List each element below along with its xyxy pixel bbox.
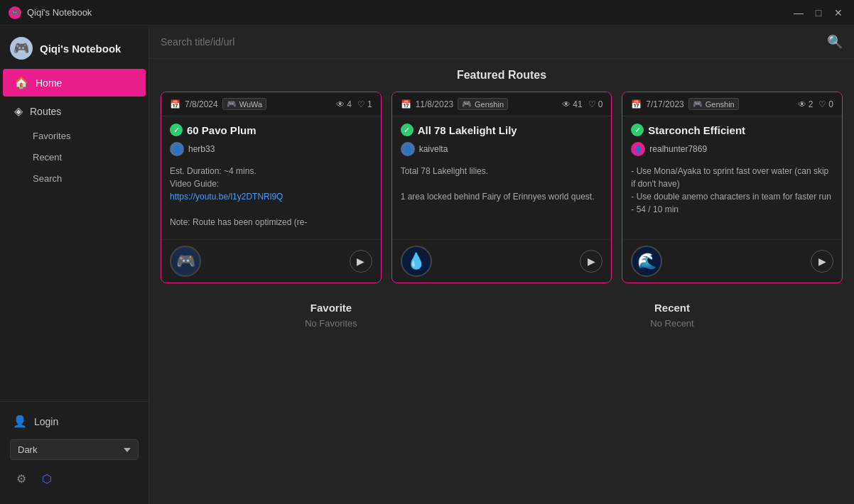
login-item[interactable]: 👤 Login (3, 407, 146, 435)
author-name-3: realhunter7869 (649, 144, 707, 154)
settings-icon-button[interactable]: ⚙ (13, 470, 30, 487)
card-body-2: ✓ All 78 Lakelight Lily 👤 kaivelta Total… (392, 116, 612, 239)
calendar-icon-3: 📅 (631, 99, 642, 109)
sidebar-item-home[interactable]: 🏠 Home (3, 69, 146, 97)
card-body-3: ✓ Starconch Efficient 👤 realhunter7869 -… (622, 116, 842, 239)
author-avatar-2: 👤 (401, 142, 415, 156)
sidebar-item-home-label: Home (36, 77, 62, 89)
likes-3: ♡ 0 (818, 99, 833, 109)
card-avatar-large-3: 🌊 (631, 246, 662, 277)
route-card-3: 📅 7/17/2023 🎮 Genshin 👁 2 ♡ 0 (622, 92, 843, 283)
card-header-2: 📅 11/8/2023 🎮 Genshin 👁 41 ♡ 0 (392, 92, 612, 116)
card-avatar-large-2: 💧 (401, 246, 432, 277)
card-author-row-2: 👤 kaivelta (401, 142, 603, 156)
author-avatar-3: 👤 (631, 142, 645, 156)
calendar-icon-1: 📅 (170, 99, 180, 109)
brand-name: Qiqi's Notebook (40, 43, 121, 55)
card-title-row-3: ✓ Starconch Efficient (631, 124, 833, 136)
favorites-label: Favorites (33, 131, 70, 141)
author-name-1: herb33 (188, 144, 215, 154)
favorite-section: Favorite No Favorites (161, 302, 502, 329)
sidebar-icon-row: ⚙ ⬡ (3, 464, 146, 493)
card-date-3: 7/17/2023 (646, 99, 683, 109)
featured-title: Featured Routes (161, 69, 843, 82)
sidebar-item-search[interactable]: Search (3, 168, 146, 189)
search-label: Search (33, 173, 62, 184)
card-author-row-1: 👤 herb33 (170, 142, 372, 156)
game-label-1: WuWa (239, 100, 262, 109)
card-date-2: 11/8/2023 (416, 99, 453, 109)
author-name-2: kaivelta (419, 144, 448, 154)
sidebar-item-favorites[interactable]: Favorites (3, 126, 146, 146)
no-favorites-label: No Favorites (161, 318, 502, 329)
sidebar-item-routes[interactable]: ◈ Routes (3, 97, 146, 125)
gear-icon: ⚙ (16, 472, 26, 486)
featured-section: Featured Routes 📅 7/8/2024 🎮 WuWa (149, 59, 854, 293)
lower-sections: Favorite No Favorites Recent No Recent (149, 302, 854, 329)
card-header-right-1: 👁 4 ♡ 1 (336, 99, 372, 109)
app-logo: 🎮 (9, 6, 21, 19)
game-label-2: Genshin (475, 100, 504, 109)
card-author-row-3: 👤 realhunter7869 (631, 142, 833, 156)
card-description-3: - Use Mona/Ayaka to sprint fast over wat… (631, 165, 833, 216)
card-header-left-2: 📅 11/8/2023 🎮 Genshin (401, 98, 508, 110)
card-body-1: ✓ 60 Pavo Plum 👤 herb33 Est. Duration: ~… (161, 116, 381, 239)
no-recent-label: No Recent (502, 318, 843, 329)
card-header-3: 📅 7/17/2023 🎮 Genshin 👁 2 ♡ 0 (622, 92, 842, 116)
search-icon[interactable]: 🔍 (827, 34, 843, 50)
card-title-3: Starconch Efficient (648, 124, 745, 136)
theme-selector-wrapper: Dark Light (3, 435, 146, 464)
sidebar-item-routes-label: Routes (30, 106, 61, 117)
card-title-1: 60 Pavo Plum (187, 124, 256, 136)
check-icon-1: ✓ (170, 124, 183, 136)
person-icon: 👤 (13, 415, 27, 428)
check-icon-2: ✓ (401, 124, 414, 136)
play-button-3[interactable]: ▶ (811, 250, 833, 273)
sidebar-item-recent[interactable]: Recent (3, 147, 146, 168)
discord-icon-button[interactable]: ⬡ (38, 470, 55, 487)
theme-select[interactable]: Dark Light (10, 439, 139, 460)
favorite-title: Favorite (161, 302, 502, 314)
sidebar-nav: 🏠 Home ◈ Routes Favorites Recent Search (0, 68, 148, 401)
close-button[interactable]: ✕ (831, 6, 845, 20)
titlebar-title: Qiqi's Notebook (27, 7, 791, 18)
game-label-3: Genshin (706, 100, 735, 109)
card-header-left-3: 📅 7/17/2023 🎮 Genshin (631, 98, 738, 110)
main-content: 🔍 Featured Routes 📅 7/8/2024 🎮 WuWa (149, 26, 854, 504)
controller-icon-1: 🎮 (227, 99, 237, 109)
card-title-2: All 78 Lakelight Lily (418, 124, 517, 136)
titlebar: 🎮 Qiqi's Notebook — □ ✕ (0, 0, 854, 26)
card-header-left-1: 📅 7/8/2024 🎮 WuWa (170, 98, 266, 110)
game-badge-1: 🎮 WuWa (222, 98, 266, 110)
recent-section: Recent No Recent (502, 302, 843, 329)
card-footer-1: 🎮 ▶ (161, 239, 381, 283)
card-footer-3: 🌊 ▶ (622, 239, 842, 283)
calendar-icon-2: 📅 (401, 99, 411, 109)
card-description-1: Est. Duration: ~4 mins. Video Guide: htt… (170, 165, 372, 229)
card-header-1: 📅 7/8/2024 🎮 WuWa 👁 4 ♡ 1 (161, 92, 381, 116)
search-input[interactable] (161, 36, 820, 48)
app-body: 🎮 Qiqi's Notebook 🏠 Home ◈ Routes Favori… (0, 26, 854, 504)
maximize-button[interactable]: □ (811, 6, 826, 20)
views-3: 👁 2 (798, 99, 814, 109)
card-title-row-1: ✓ 60 Pavo Plum (170, 124, 372, 136)
route-card-2: 📅 11/8/2023 🎮 Genshin 👁 41 ♡ 0 (391, 92, 612, 283)
play-button-1[interactable]: ▶ (350, 250, 372, 273)
home-icon: 🏠 (14, 76, 28, 89)
game-badge-3: 🎮 Genshin (688, 98, 739, 110)
play-button-2[interactable]: ▶ (580, 250, 602, 273)
controller-icon-3: 🎮 (693, 99, 703, 109)
routes-icon: ◈ (14, 104, 23, 118)
views-2: 👁 41 (562, 99, 582, 109)
minimize-button[interactable]: — (791, 6, 806, 20)
card-date-1: 7/8/2024 (185, 99, 218, 109)
search-bar: 🔍 (149, 26, 854, 59)
cards-row: 📅 7/8/2024 🎮 WuWa 👁 4 ♡ 1 (161, 92, 843, 283)
game-badge-2: 🎮 Genshin (458, 98, 508, 110)
card-link-1[interactable]: https://youtu.be/l1y2DTNRl9Q (170, 192, 283, 202)
likes-1: ♡ 1 (357, 99, 372, 109)
recent-title: Recent (502, 302, 843, 314)
author-avatar-1: 👤 (170, 142, 184, 156)
card-description-2: Total 78 Lakelight lilies. 1 area locked… (401, 165, 603, 203)
check-icon-3: ✓ (631, 124, 644, 136)
